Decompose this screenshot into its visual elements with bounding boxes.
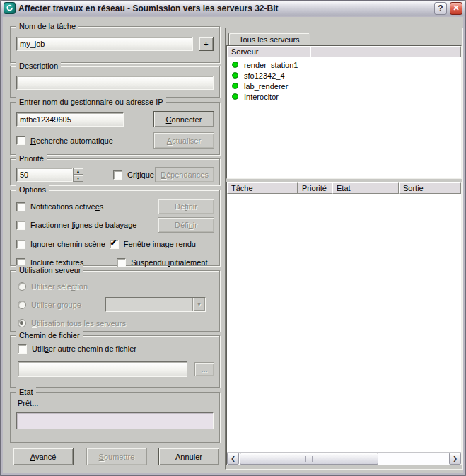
server-status-dot <box>232 83 238 89</box>
browse-button[interactable]: ... <box>194 362 214 376</box>
auto-search-label[interactable]: Recherche automatique <box>30 137 113 145</box>
job-name-input[interactable] <box>16 37 193 51</box>
use-alternate-path-checkbox-box[interactable]: ✔ <box>18 344 27 354</box>
use-alternate-path-checkbox[interactable]: ✔ Utiliser autre chemin de fichier <box>18 344 136 354</box>
status-progress-field <box>16 412 214 429</box>
dropdown-arrow-icon: ▼ <box>197 302 202 307</box>
rendered-frame-window-checkbox[interactable]: ✔ Fenêtre image rendu <box>110 240 196 249</box>
scroll-right-button[interactable]: ❯ <box>449 453 461 465</box>
server-name[interactable]: sfo12342_4 <box>244 71 285 80</box>
dependencies-button[interactable]: Dépendances <box>155 167 214 182</box>
status-message: Prêt... <box>11 393 219 407</box>
use-all-servers-radio-circle[interactable] <box>18 319 26 327</box>
initially-suspended-checkbox[interactable]: ✔ Suspendu initialement <box>117 258 207 267</box>
split-scanlines-checkbox[interactable]: ✔ Fractionner lignes de balayage <box>16 221 136 230</box>
priority-input[interactable] <box>16 168 73 182</box>
use-group-radio[interactable]: Utiliser groupe <box>18 301 81 309</box>
initially-suspended-label[interactable]: Suspendu initialement <box>131 258 207 267</box>
critical-label[interactable]: Critique <box>127 170 154 179</box>
ignore-scene-path-checkbox-box[interactable]: ✔ <box>16 240 25 249</box>
jobs-column-etat[interactable]: Etat <box>332 182 399 194</box>
title-bar[interactable]: Affecter travaux en réseau - Soumission … <box>1 1 465 16</box>
server-list-item[interactable]: sfo12342_4 <box>227 70 461 81</box>
file-path-input[interactable] <box>18 361 187 377</box>
server-list: render_station1 sfo12342_4 lab_renderer … <box>227 57 461 178</box>
server-name[interactable]: Interocitor <box>244 93 279 101</box>
job-name-increment-button[interactable]: + <box>199 37 214 51</box>
notifications-checkbox-box[interactable]: ✔ <box>16 202 25 211</box>
server-list-item[interactable]: render_station1 <box>227 59 461 70</box>
notifications-checkbox[interactable]: ✔ Notifications activées <box>16 202 103 211</box>
jobs-column-tache[interactable]: Tâche <box>227 182 298 194</box>
server-column-filler <box>310 46 461 57</box>
use-all-servers-radio[interactable]: Utilisation tous les serveurs <box>18 319 126 327</box>
server-column-header[interactable]: Serveur <box>227 46 310 57</box>
tab-all-servers[interactable]: Tous les serveurs <box>228 33 310 45</box>
spinner-down-button[interactable]: ▼ <box>73 175 83 182</box>
close-button[interactable]: ✕ <box>450 2 462 15</box>
ignore-scene-path-checkbox[interactable]: ✔ Ignorer chemin scène <box>16 240 105 249</box>
use-alternate-path-label[interactable]: Utiliser autre chemin de fichier <box>32 344 136 353</box>
up-arrow-icon: ▲ <box>76 170 80 173</box>
auto-search-checkbox[interactable]: ✔ Recherche automatique <box>16 136 113 145</box>
horizontal-scrollbar[interactable]: ❮ ❯ <box>227 452 461 465</box>
help-button[interactable]: ? <box>434 2 447 15</box>
jobs-column-priorite[interactable]: Priorité <box>298 182 332 194</box>
use-group-radio-circle[interactable] <box>18 301 26 309</box>
scrollbar-thumb[interactable] <box>240 453 378 465</box>
define-notifications-button[interactable]: Définir <box>158 199 214 214</box>
group-options-legend: Options <box>16 185 49 195</box>
server-list-item[interactable]: Interocitor <box>227 91 461 102</box>
group-options: Options ✔ Notifications activées Définir… <box>10 190 220 266</box>
refresh-button[interactable]: Actualiser <box>153 132 214 149</box>
group-file-path: Chemin de fichier ✔ Utiliser autre chemi… <box>10 335 220 388</box>
server-name[interactable]: render_station1 <box>244 61 298 69</box>
description-input[interactable] <box>16 76 214 90</box>
split-scanlines-checkbox-box[interactable]: ✔ <box>16 221 25 230</box>
scroll-left-button[interactable]: ❮ <box>227 453 239 465</box>
submit-button[interactable]: Soumettre <box>86 448 147 465</box>
group-job-name: Nom de la tâche + <box>10 26 220 63</box>
server-name[interactable]: lab_renderer <box>244 82 288 91</box>
scroll-left-icon: ❮ <box>231 455 235 462</box>
use-group-label[interactable]: Utiliser groupe <box>31 301 81 309</box>
footer-button-row: Avancé Soumettre Annuler <box>10 448 220 465</box>
cancel-button-label: Annuler <box>175 453 202 461</box>
manager-address-input[interactable] <box>16 112 124 127</box>
refresh-button-label: Actualiser <box>167 137 201 145</box>
jobs-column-sortie[interactable]: Sortie <box>399 182 461 194</box>
auto-search-checkbox-box[interactable]: ✔ <box>16 136 25 145</box>
use-selection-label[interactable]: Utiliser sélection <box>31 282 88 291</box>
rendered-frame-window-checkbox-box[interactable]: ✔ <box>110 240 119 249</box>
group-combo[interactable]: ▼ <box>105 297 206 312</box>
jobs-list <box>227 194 461 452</box>
servers-jobs-panel: Tous les serveurs Serveur render_station… <box>225 28 463 470</box>
advanced-button[interactable]: Avancé <box>13 448 74 465</box>
group-file-path-legend: Chemin de fichier <box>16 330 83 341</box>
jobs-listbox: Tâche Priorité Etat Sortie ❮ ❯ <box>226 182 462 465</box>
ignore-scene-path-label[interactable]: Ignorer chemin scène <box>30 240 105 248</box>
critical-checkbox[interactable]: ✔ Critique <box>113 170 154 180</box>
cancel-button[interactable]: Annuler <box>158 448 219 465</box>
initially-suspended-checkbox-box[interactable]: ✔ <box>117 258 126 267</box>
use-selection-radio[interactable]: Utiliser sélection <box>18 282 88 291</box>
split-scanlines-label[interactable]: Fractionner lignes de balayage <box>30 221 136 229</box>
use-all-servers-label[interactable]: Utilisation tous les serveurs <box>31 319 126 327</box>
group-combo-value <box>106 298 192 311</box>
group-manager: Entrer nom du gestionnaire ou adresse IP… <box>10 102 220 155</box>
notifications-label[interactable]: Notifications activées <box>30 202 103 211</box>
group-description-legend: Description <box>16 61 61 71</box>
define-split-button[interactable]: Définir <box>158 217 214 233</box>
dependencies-button-label: Dépendances <box>161 170 209 179</box>
critical-checkbox-box[interactable]: ✔ <box>113 170 122 180</box>
group-combo-button[interactable]: ▼ <box>192 298 205 311</box>
use-selection-radio-circle[interactable] <box>18 282 26 291</box>
spinner-up-button[interactable]: ▲ <box>73 168 83 175</box>
close-icon: ✕ <box>453 4 459 13</box>
rendered-frame-window-label[interactable]: Fenêtre image rendu <box>124 240 196 248</box>
group-status-legend: Etat <box>16 387 36 397</box>
server-list-item[interactable]: lab_renderer <box>227 81 461 91</box>
scrollbar-track[interactable] <box>239 453 449 465</box>
scrollbar-grip-icon <box>305 456 313 462</box>
connect-button[interactable]: Connecter <box>153 111 214 127</box>
